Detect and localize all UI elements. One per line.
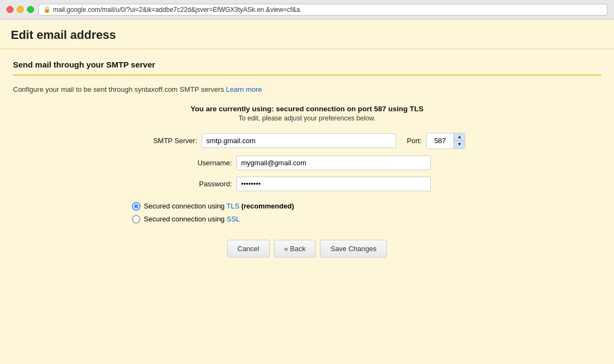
smtp-input[interactable] (202, 133, 396, 148)
lock-icon: 🔒 (43, 6, 51, 13)
password-input[interactable] (236, 177, 431, 191)
ssl-radio-button[interactable] (132, 215, 141, 224)
address-bar[interactable]: 🔒 mail.google.com/mail/u/0/?ui=2&ik=addb… (38, 4, 608, 16)
content-area: Send mail through your SMTP server Confi… (0, 49, 614, 268)
form-area: SMTP Server: Port: ▲ ▼ Username: Passwo (13, 133, 601, 191)
back-button[interactable]: « Back (274, 240, 316, 258)
save-changes-button[interactable]: Save Changes (320, 240, 386, 258)
port-down-button[interactable]: ▼ (454, 141, 465, 149)
traffic-lights (6, 6, 34, 13)
tls-radio-button[interactable] (132, 202, 141, 211)
smtp-row: SMTP Server: Port: ▲ ▼ (13, 133, 601, 149)
port-spinner[interactable]: ▲ ▼ (453, 133, 465, 149)
password-label: Password: (183, 180, 232, 188)
port-input[interactable] (426, 134, 453, 147)
info-text-main: Configure your mail to be sent through s… (13, 85, 224, 93)
tls-link[interactable]: TLS (226, 202, 239, 210)
ssl-radio-label: Secured connection using SSL (144, 215, 240, 223)
status-sub-text: To edit, please adjust your preferences … (13, 114, 601, 122)
username-label: Username: (183, 159, 232, 167)
password-row: Password: (13, 177, 601, 191)
maximize-button[interactable] (27, 6, 34, 13)
close-button[interactable] (6, 6, 14, 13)
page-title-bar: Edit email address (0, 19, 614, 49)
learn-more-link[interactable]: Learn more (226, 85, 262, 93)
url-text: mail.google.com/mail/u/0/?ui=2&ik=addbe7… (53, 6, 300, 14)
minimize-button[interactable] (17, 6, 24, 13)
port-up-button[interactable]: ▲ (454, 133, 465, 141)
button-row: Cancel « Back Save Changes (13, 240, 601, 258)
main-content: Edit email address Send mail through you… (0, 19, 614, 364)
ssl-link[interactable]: SSL (226, 215, 240, 223)
status-bold-text: You are currently using: secured connect… (13, 105, 601, 113)
info-text: Configure your mail to be sent through s… (13, 84, 601, 95)
port-label: Port: (407, 137, 422, 145)
radio-group: Secured connection using TLS (recommende… (132, 202, 601, 224)
username-row: Username: (13, 156, 601, 170)
port-input-wrap: ▲ ▼ (426, 133, 465, 149)
tls-radio-label: Secured connection using TLS (recommende… (144, 202, 294, 210)
cancel-button[interactable]: Cancel (227, 240, 269, 258)
status-box: You are currently using: secured connect… (13, 105, 601, 122)
section-header: Send mail through your SMTP server (13, 60, 601, 76)
browser-chrome: 🔒 mail.google.com/mail/u/0/?ui=2&ik=addb… (0, 0, 614, 19)
tls-radio-row[interactable]: Secured connection using TLS (recommende… (132, 202, 601, 211)
page-title: Edit email address (11, 28, 603, 42)
username-input[interactable] (236, 156, 431, 170)
ssl-radio-row[interactable]: Secured connection using SSL (132, 215, 601, 224)
smtp-label: SMTP Server: (149, 137, 197, 145)
